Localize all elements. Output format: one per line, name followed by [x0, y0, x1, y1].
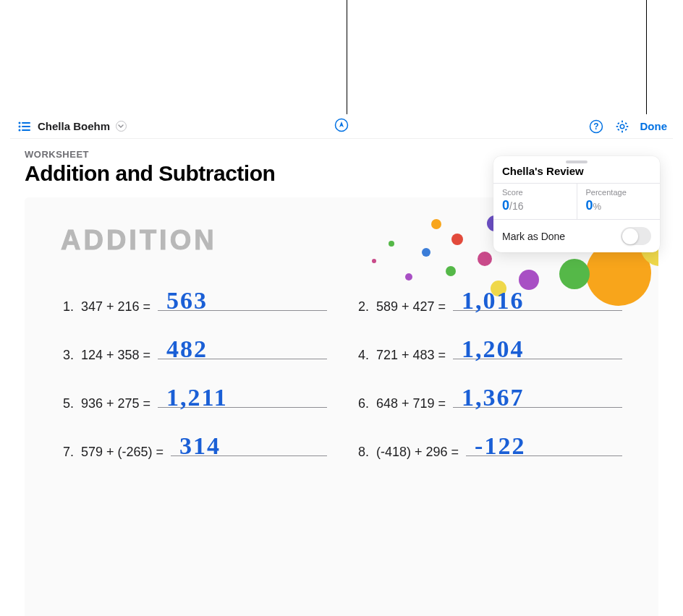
student-name[interactable]: Chella Boehm: [38, 120, 110, 132]
problem-row: 2. 589 + 427 = 1,016: [356, 296, 622, 315]
problem-number: 6.: [356, 396, 369, 411]
svg-rect-15: [617, 128, 620, 131]
answer-blank[interactable]: -122: [466, 442, 622, 456]
score-total: /16: [509, 200, 523, 212]
mark-done-row: Mark as Done: [493, 220, 660, 252]
svg-rect-9: [622, 120, 623, 122]
problem-expression: 124 + 358 =: [81, 348, 150, 363]
answer-blank[interactable]: 314: [171, 442, 327, 456]
problem-expression: 936 + 275 =: [81, 396, 150, 411]
score-value: 0/16: [502, 198, 568, 213]
chevron-down-icon[interactable]: [114, 120, 127, 133]
problem-number: 8.: [356, 445, 369, 460]
svg-rect-3: [22, 122, 30, 124]
review-metrics: Score 0/16 Percentage 0%: [493, 183, 660, 220]
answer-blank[interactable]: 1,204: [453, 345, 622, 359]
svg-rect-12: [626, 126, 628, 127]
handwritten-answer: 1,211: [166, 384, 228, 411]
problem-number: 2.: [356, 299, 369, 315]
score-earned: 0: [502, 198, 509, 213]
svg-rect-14: [624, 128, 627, 131]
svg-text:?: ?: [593, 121, 598, 132]
callout-line-top-right: [646, 0, 647, 130]
svg-rect-16: [624, 121, 627, 124]
svg-point-0: [19, 121, 21, 124]
answer-blank[interactable]: 1,367: [453, 393, 622, 408]
problem-number: 3.: [61, 348, 74, 363]
answer-blank[interactable]: 1,016: [453, 296, 622, 311]
problem-row: 8. (-418) + 296 = -122: [356, 442, 622, 460]
gear-icon[interactable]: [614, 119, 630, 134]
app-frame: Chella Boehm ?: [10, 114, 673, 616]
answer-blank[interactable]: 563: [158, 296, 327, 311]
handwritten-answer: 1,204: [462, 335, 525, 363]
problem-expression: 347 + 216 =: [81, 299, 150, 315]
handwritten-answer: 1,016: [462, 287, 525, 315]
problem-row: 7. 579 + (-265) = 314: [61, 442, 327, 460]
mark-done-toggle[interactable]: [621, 227, 651, 245]
toolbar: Chella Boehm ?: [10, 114, 673, 139]
problem-row: 4. 721 + 483 = 1,204: [356, 345, 622, 363]
answer-blank[interactable]: 482: [158, 345, 327, 359]
list-icon[interactable]: [16, 118, 33, 135]
svg-rect-5: [22, 129, 30, 131]
percentage-number: 0: [586, 198, 593, 213]
problem-expression: 589 + 427 =: [376, 299, 446, 315]
svg-rect-10: [622, 130, 623, 132]
handwritten-answer: 563: [166, 287, 208, 315]
handwritten-answer: 482: [166, 335, 208, 363]
problem-expression: 721 + 483 =: [376, 348, 446, 363]
svg-point-2: [19, 129, 21, 131]
problem-expression: (-418) + 296 =: [376, 445, 459, 460]
percentage-value: 0%: [586, 198, 652, 213]
done-button[interactable]: Done: [640, 120, 668, 132]
problem-expression: 579 + (-265) =: [81, 445, 164, 460]
callout-line-top-center: [347, 0, 347, 116]
svg-rect-4: [22, 126, 30, 127]
problem-row: 5. 936 + 275 = 1,211: [61, 393, 327, 411]
toolbar-left: Chella Boehm: [16, 118, 127, 135]
score-label: Score: [502, 188, 568, 197]
handwritten-answer: 1,367: [462, 384, 525, 411]
worksheet-body: ADDITION 1. 347 + 216 = 563 2. 589 + 427…: [25, 197, 658, 616]
help-icon[interactable]: ?: [588, 119, 604, 134]
review-panel: Chella's Review Score 0/16 Percentage 0%…: [493, 156, 660, 252]
handwritten-answer: 314: [179, 432, 221, 460]
percentage-metric[interactable]: Percentage 0%: [577, 184, 661, 219]
toggle-knob: [622, 228, 638, 244]
mark-done-label: Mark as Done: [502, 231, 565, 242]
percentage-unit: %: [593, 201, 602, 212]
score-metric[interactable]: Score 0/16: [493, 184, 577, 219]
review-title: Chella's Review: [493, 165, 660, 183]
problem-row: 1. 347 + 216 = 563: [61, 296, 327, 315]
answer-blank[interactable]: 1,211: [158, 393, 327, 408]
problem-number: 1.: [61, 299, 74, 315]
panel-grabber[interactable]: [566, 161, 587, 163]
problem-number: 5.: [61, 396, 74, 411]
problem-number: 4.: [356, 348, 369, 363]
markup-icon[interactable]: [334, 118, 349, 135]
toolbar-right: ? Done: [588, 119, 668, 134]
problem-number: 7.: [61, 445, 74, 460]
problem-row: 3. 124 + 358 = 482: [61, 345, 327, 363]
svg-rect-13: [617, 121, 620, 124]
percentage-label: Percentage: [586, 188, 652, 197]
svg-point-1: [19, 125, 21, 127]
problem-row: 6. 648 + 719 = 1,367: [356, 393, 622, 411]
problems-grid: 1. 347 + 216 = 563 2. 589 + 427 = 1,016 …: [61, 296, 622, 460]
svg-rect-11: [616, 126, 618, 127]
handwritten-answer: -122: [475, 432, 525, 460]
problem-expression: 648 + 719 =: [376, 396, 446, 411]
